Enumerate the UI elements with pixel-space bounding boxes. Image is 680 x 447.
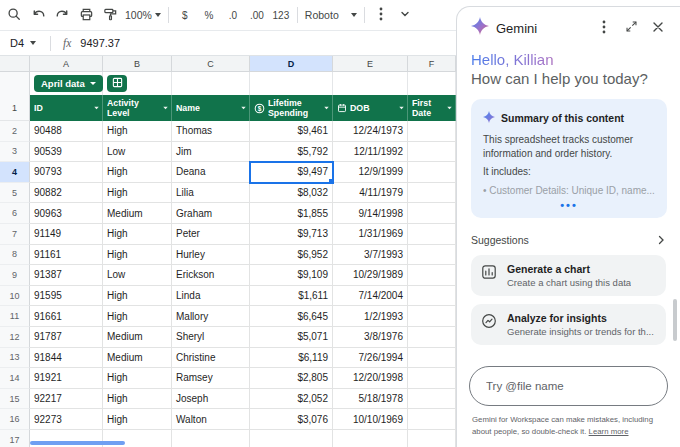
percent-format-button[interactable]: % [197,3,221,27]
formula-value[interactable]: 9497.37 [80,37,120,49]
suggestion-card-insights[interactable]: Analyze for insightsGenerate insights or… [471,304,666,345]
cell[interactable]: 3/7/1993 [333,245,408,266]
cell[interactable]: 90882 [30,183,103,204]
cell[interactable]: 92273 [30,409,103,430]
suggestion-card-chart[interactable]: Generate a chartCreate a chart using thi… [471,255,666,296]
cell[interactable]: 10/29/1989 [333,265,408,286]
table-name-chip[interactable]: April data [34,75,103,92]
table-header-name[interactable]: Name [172,95,250,121]
cell[interactable]: Linda [172,286,250,307]
panel-more-button[interactable] [594,18,614,38]
cell[interactable]: 7/26/1994 [333,348,408,369]
table-header-id[interactable]: ID [30,95,103,121]
cell[interactable]: 90963 [30,203,103,224]
gemini-input-pill[interactable] [469,366,668,406]
cell[interactable]: Deana [172,162,250,183]
row-number-5[interactable]: 5 [0,183,30,204]
cell[interactable]: $9,713 [250,224,333,245]
cell[interactable]: Hurley [172,245,250,266]
cell[interactable]: 91661 [30,306,103,327]
cell[interactable]: Graham [172,203,250,224]
cell[interactable]: Medium [103,348,172,369]
summary-more-button[interactable]: ••• [483,199,655,211]
cell[interactable]: $2,805 [250,368,333,389]
cell[interactable]: $8,032 [250,183,333,204]
cell[interactable]: $5,071 [250,327,333,348]
cell[interactable]: Sheryl [172,327,250,348]
row-number-7[interactable]: 7 [0,224,30,245]
cell[interactable] [172,430,250,447]
cell[interactable] [408,430,456,447]
cell[interactable]: 10/10/1969 [333,409,408,430]
row-number-2[interactable]: 2 [0,121,30,142]
cell[interactable]: 7/14/2004 [333,286,408,307]
row-number-10[interactable]: 10 [0,286,30,307]
name-box[interactable]: D4 [0,37,44,49]
column-letter-A[interactable]: A [30,56,103,72]
undo-button[interactable] [26,3,50,27]
cell[interactable]: 1/31/1969 [333,224,408,245]
row-number-3[interactable]: 3 [0,142,30,163]
print-button[interactable] [74,3,98,27]
cell[interactable]: Lilia [172,183,250,204]
column-menu-caret-icon[interactable] [240,105,247,112]
panel-expand-button[interactable] [621,18,641,38]
cell[interactable]: 92217 [30,389,103,410]
cell[interactable] [408,224,456,245]
cell[interactable]: 91921 [30,368,103,389]
cell[interactable] [408,203,456,224]
column-letter-E[interactable]: E [333,56,408,72]
cell[interactable]: Walton [172,409,250,430]
column-letter-C[interactable]: C [172,56,250,72]
cell[interactable] [408,162,456,183]
cell[interactable]: $2,052 [250,389,333,410]
cell[interactable]: High [103,245,172,266]
decrease-decimal-button[interactable]: .0 [221,3,245,27]
row-number-4[interactable]: 4 [0,162,30,183]
cell[interactable]: High [103,306,172,327]
row-number-15[interactable]: 15 [0,389,30,410]
cell[interactable]: Jim [172,142,250,163]
cell[interactable]: Medium [103,327,172,348]
table-header-first-date[interactable]: First Date [408,95,456,121]
cell[interactable]: 91595 [30,286,103,307]
cell[interactable]: 3/8/1976 [333,327,408,348]
menu-search-button[interactable] [2,3,26,27]
cell[interactable] [408,265,456,286]
table-header-dob[interactable]: DOB [333,95,408,121]
row-number-9[interactable]: 9 [0,265,30,286]
cell[interactable]: Low [103,265,172,286]
column-menu-caret-icon[interactable] [93,105,100,112]
cell[interactable]: Thomas [172,121,250,142]
row-number-8[interactable]: 8 [0,245,30,266]
table-menu-button[interactable] [107,75,127,92]
cell[interactable]: Joseph [172,389,250,410]
column-letter-F[interactable]: F [408,56,456,72]
cell[interactable] [408,245,456,266]
cell[interactable]: $6,119 [250,348,333,369]
column-menu-caret-icon[interactable] [323,105,330,112]
cell[interactable]: $6,952 [250,245,333,266]
row-number-13[interactable]: 13 [0,348,30,369]
gemini-input[interactable] [474,380,663,392]
cell[interactable]: 5/18/1978 [333,389,408,410]
table-header-lifetime-spending[interactable]: $Lifetime Spending [250,95,333,121]
cell[interactable]: Christine [172,348,250,369]
toolbar-collapse-button[interactable] [393,3,417,27]
cell[interactable]: High [103,162,172,183]
zoom-select[interactable]: 100% [122,3,164,27]
cell[interactable]: Medium [103,203,172,224]
paint-format-button[interactable] [98,3,122,27]
cell[interactable]: High [103,409,172,430]
horizontal-scrollbar-thumb[interactable] [30,441,125,445]
cell[interactable] [408,183,456,204]
cell[interactable]: 4/11/1979 [333,183,408,204]
cell[interactable]: High [103,183,172,204]
panel-scrollbar-thumb[interactable] [673,299,677,341]
cell[interactable]: $9,461 [250,121,333,142]
cell[interactable]: $9,497 [250,162,333,183]
cell[interactable] [250,430,333,447]
cell[interactable] [408,389,456,410]
column-menu-caret-icon[interactable] [398,105,405,112]
cell[interactable] [408,306,456,327]
